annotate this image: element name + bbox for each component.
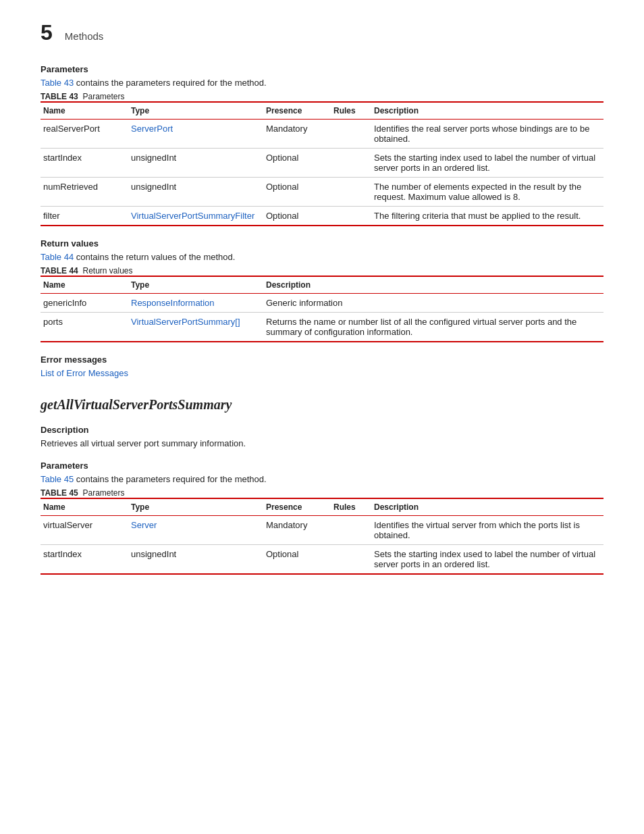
col-name-header3: Name [41, 498, 128, 516]
cell-description: The filtering criteria that must be appl… [371, 207, 603, 226]
cell-rules [331, 516, 371, 545]
col-rules-header: Rules [331, 102, 371, 120]
cell-name: numRetrieved [41, 178, 128, 207]
col-desc-header3: Description [371, 498, 603, 516]
cell-presence: Mandatory [263, 516, 331, 545]
description-section: Description Retrieves all virtual server… [41, 425, 603, 448]
col-name-header: Name [41, 102, 128, 120]
table44: Name Type Description genericInfoRespons… [41, 276, 603, 342]
type-link[interactable]: VirtualServerPortSummary[] [131, 317, 240, 327]
return-values-heading: Return values [41, 238, 603, 249]
cell-name: virtualServer [41, 516, 128, 545]
method-parameters-heading: Parameters [41, 461, 603, 471]
col-rules-header3: Rules [331, 498, 371, 516]
chapter-title: Methods [65, 30, 104, 42]
table-row: filterVirtualServerPortSummaryFilterOpti… [41, 207, 603, 226]
cell-rules [331, 149, 371, 178]
table44-intro: Table 44 contains the return values of t… [41, 252, 603, 262]
table-row: startIndexunsignedIntOptionalSets the st… [41, 149, 603, 178]
cell-rules [331, 207, 371, 226]
return-values-section: Return values Table 44 contains the retu… [41, 238, 603, 342]
cell-type: unsignedInt [128, 178, 263, 207]
cell-name: ports [41, 313, 128, 342]
list-of-error-messages-link[interactable]: List of Error Messages [41, 368, 128, 378]
cell-type[interactable]: VirtualServerPortSummaryFilter [128, 207, 263, 226]
cell-type[interactable]: ServerPort [128, 120, 263, 149]
type-link[interactable]: ResponseInformation [131, 298, 215, 308]
table45-intro-text: contains the parameters required for the… [76, 474, 267, 484]
table-row: realServerPortServerPortMandatoryIdentif… [41, 120, 603, 149]
col-type-header: Type [128, 102, 263, 120]
col-name-header2: Name [41, 276, 128, 294]
parameters-section: Parameters Table 43 contains the paramet… [41, 64, 603, 226]
cell-rules [331, 120, 371, 149]
chapter-number: 5 [41, 20, 53, 45]
table43-label: TABLE 43 Parameters [41, 92, 603, 101]
description-text: Retrieves all virtual server port summar… [41, 438, 603, 448]
table-row: portsVirtualServerPortSummary[]Returns t… [41, 313, 603, 342]
cell-type[interactable]: ResponseInformation [128, 294, 263, 313]
table-row: virtualServerServerMandatoryIdentifies t… [41, 516, 603, 545]
cell-type: unsignedInt [128, 149, 263, 178]
table45-intro: Table 45 contains the parameters require… [41, 474, 603, 484]
cell-name: realServerPort [41, 120, 128, 149]
cell-name: startIndex [41, 149, 128, 178]
type-link[interactable]: Server [131, 520, 157, 530]
cell-type: unsignedInt [128, 545, 263, 575]
error-messages-section: Error messages List of Error Messages [41, 355, 603, 378]
cell-description: The number of elements expected in the r… [371, 178, 603, 207]
col-type-header3: Type [128, 498, 263, 516]
table-row: genericInfoResponseInformationGeneric in… [41, 294, 603, 313]
type-link[interactable]: VirtualServerPortSummaryFilter [131, 211, 254, 221]
table44-label: TABLE 44 Return values [41, 266, 603, 276]
description-heading: Description [41, 425, 603, 435]
cell-description: Returns the name or number list of all t… [263, 313, 603, 342]
cell-description: Generic information [263, 294, 603, 313]
method-title: getAllVirtualServerPortsSummary [41, 397, 603, 413]
table43-intro: Table 43 contains the parameters require… [41, 78, 603, 88]
method-parameters-section: Parameters Table 45 contains the paramet… [41, 461, 603, 575]
page-header: 5 Methods [41, 20, 603, 45]
cell-type[interactable]: VirtualServerPortSummary[] [128, 313, 263, 342]
cell-name: filter [41, 207, 128, 226]
col-desc-header: Description [371, 102, 603, 120]
col-presence-header3: Presence [263, 498, 331, 516]
table-row: numRetrievedunsignedIntOptionalThe numbe… [41, 178, 603, 207]
table44-link[interactable]: Table 44 [41, 252, 74, 262]
cell-description: Sets the starting index used to label th… [371, 545, 603, 575]
cell-presence: Optional [263, 207, 331, 226]
cell-description: Identifies the real server ports whose b… [371, 120, 603, 149]
col-type-header2: Type [128, 276, 263, 294]
cell-presence: Optional [263, 178, 331, 207]
cell-presence: Optional [263, 545, 331, 575]
cell-description: Sets the starting index used to label th… [371, 149, 603, 178]
cell-name: startIndex [41, 545, 128, 575]
parameters-heading: Parameters [41, 64, 603, 74]
cell-presence: Mandatory [263, 120, 331, 149]
cell-rules [331, 178, 371, 207]
col-desc-header2: Description [263, 276, 603, 294]
type-link[interactable]: ServerPort [131, 124, 173, 134]
error-messages-heading: Error messages [41, 355, 603, 365]
table-row: startIndexunsignedIntOptionalSets the st… [41, 545, 603, 575]
cell-name: genericInfo [41, 294, 128, 313]
table44-intro-text: contains the return values of the method… [76, 252, 236, 262]
table43-intro-text: contains the parameters required for the… [76, 78, 267, 88]
cell-type[interactable]: Server [128, 516, 263, 545]
table45: Name Type Presence Rules Description vir… [41, 498, 603, 575]
table45-link[interactable]: Table 45 [41, 474, 74, 484]
cell-rules [331, 545, 371, 575]
table45-label: TABLE 45 Parameters [41, 488, 603, 498]
cell-description: Identifies the virtual server from which… [371, 516, 603, 545]
table43: Name Type Presence Rules Description rea… [41, 101, 603, 226]
col-presence-header: Presence [263, 102, 331, 120]
table43-link[interactable]: Table 43 [41, 78, 74, 88]
cell-presence: Optional [263, 149, 331, 178]
